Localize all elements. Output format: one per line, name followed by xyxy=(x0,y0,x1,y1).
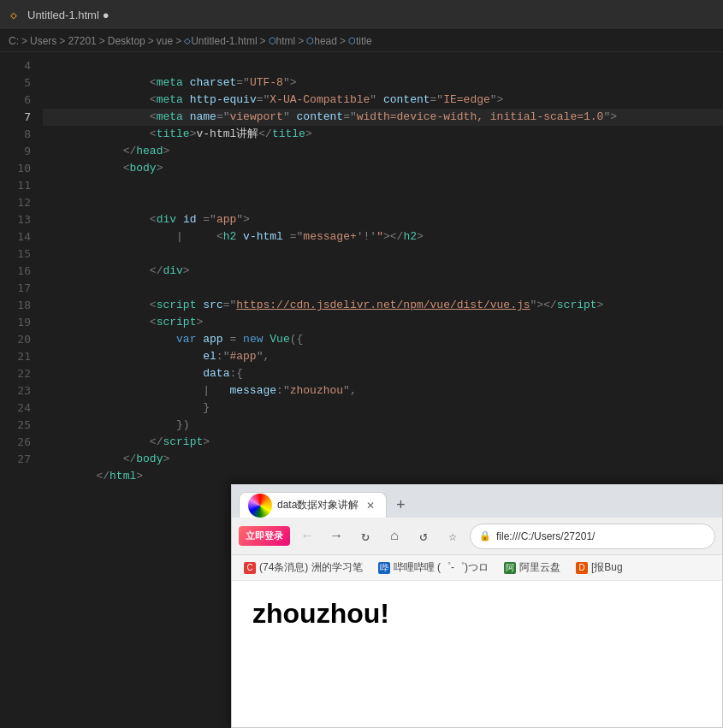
tab-label: data数据对象讲解 xyxy=(277,498,359,512)
bookmark-1[interactable]: C (74条消息) 洲的学习笔 xyxy=(239,559,368,577)
code-line-17: <script src="https://cdn.jsdelivr.net/np… xyxy=(43,280,723,297)
ln-19: 19 xyxy=(9,314,31,331)
breadcrumb-head: head xyxy=(314,35,337,47)
ln-17: 17 xyxy=(9,280,31,297)
code-line-12: <div id ="app"> xyxy=(43,194,723,211)
ln-18: 18 xyxy=(9,297,31,314)
ln-24: 24 xyxy=(9,400,31,417)
head-tag-icon: ⬡ xyxy=(306,36,314,45)
tab-rainbow-icon xyxy=(248,494,272,518)
new-tab-button[interactable]: + xyxy=(388,494,412,518)
code-line-11 xyxy=(43,177,723,194)
breadcrumb-desktop: Desktop xyxy=(108,35,145,47)
ln-20: 20 xyxy=(9,331,31,348)
back-button[interactable]: ← xyxy=(295,524,319,548)
breadcrumb-vue: vue xyxy=(157,35,173,47)
bookmark-1-favicon: C xyxy=(244,562,256,574)
code-line-15: </div> xyxy=(43,246,723,263)
ln-5: 5 xyxy=(9,74,31,92)
ln-23: 23 xyxy=(9,382,31,400)
ln-10: 10 xyxy=(9,160,31,177)
address-bar[interactable]: 🔒 file:///C:/Users/27201/ xyxy=(470,524,715,549)
html-tag-icon: ⬡ xyxy=(269,36,276,45)
file-breadcrumb-icon: ◇ xyxy=(184,36,191,45)
reload-button[interactable]: ↻ xyxy=(353,524,377,548)
address-text: file:///C:/Users/27201/ xyxy=(496,530,595,542)
ln-26: 26 xyxy=(9,434,31,451)
browser-content: zhouzhou! xyxy=(232,581,722,727)
bookmark-4-favicon: D xyxy=(576,562,588,574)
login-button[interactable]: 立即登录 xyxy=(239,526,290,546)
file-icon: ◇ xyxy=(10,9,22,21)
ln-16: 16 xyxy=(9,263,31,280)
code-line-4: <meta charset="UTF-8"> xyxy=(43,57,723,74)
breadcrumb-title: title xyxy=(356,35,372,47)
bookmark-4[interactable]: D [报Bug xyxy=(571,559,628,577)
ln-21: 21 xyxy=(9,348,31,365)
title-bar: ◇ Untitled-1.html ● xyxy=(0,0,723,30)
bookmark-3[interactable]: 阿 阿里云盘 xyxy=(499,559,566,577)
ln-7: 7 xyxy=(9,109,31,126)
browser-main-heading: zhouzhou! xyxy=(252,598,702,630)
ln-12: 12 xyxy=(9,194,31,211)
lock-icon: 🔒 xyxy=(479,530,491,542)
ln-9: 9 xyxy=(9,143,31,160)
bookmark-4-label: [报Bug xyxy=(591,560,623,575)
bookmarks-bar: C (74条消息) 洲的学习笔 哔 哔哩哔哩 (゜-゜)つロ 阿 阿里云盘 D … xyxy=(232,555,722,581)
ln-14: 14 xyxy=(9,228,31,246)
ln-22: 22 xyxy=(9,365,31,382)
tab-close-button[interactable]: ✕ xyxy=(364,499,377,512)
ln-11: 11 xyxy=(9,177,31,194)
breadcrumb-c: C: xyxy=(9,35,19,47)
star-button[interactable]: ☆ xyxy=(441,524,465,548)
refresh-button[interactable]: ↺ xyxy=(412,524,436,548)
file-title: Untitled-1.html xyxy=(27,9,99,21)
home-button[interactable]: ⌂ xyxy=(382,524,406,548)
browser-active-tab[interactable]: data数据对象讲解 ✕ xyxy=(239,492,387,518)
line-numbers: 4 5 6 7 8 9 10 11 12 13 14 15 16 17 18 1… xyxy=(0,52,43,728)
title-tag-icon: ⬡ xyxy=(348,36,356,45)
bookmark-2-favicon: 哔 xyxy=(378,562,390,574)
browser-tabs-bar: data数据对象讲解 ✕ + xyxy=(232,485,722,518)
ln-15: 15 xyxy=(9,246,31,263)
editor-area: 4 5 6 7 8 9 10 11 12 13 14 15 16 17 18 1… xyxy=(0,52,723,728)
browser-toolbar: 立即登录 ← → ↻ ⌂ ↺ ☆ 🔒 file:///C:/Users/2720… xyxy=(232,518,722,555)
bookmark-1-label: (74条消息) 洲的学习笔 xyxy=(259,560,363,575)
ln-27: 27 xyxy=(9,451,31,468)
breadcrumb: C: > Users > 27201 > Desktop > vue > ◇ U… xyxy=(0,30,723,52)
breadcrumb-html: html xyxy=(276,35,296,47)
bookmark-2[interactable]: 哔 哔哩哔哩 (゜-゜)つロ xyxy=(373,559,494,577)
ln-25: 25 xyxy=(9,417,31,434)
bookmark-3-favicon: 阿 xyxy=(504,562,516,574)
bookmark-3-label: 阿里云盘 xyxy=(519,560,560,575)
browser-window: data数据对象讲解 ✕ + 立即登录 ← → ↻ ⌂ ↺ ☆ 🔒 file:/… xyxy=(231,484,723,728)
breadcrumb-27201: 27201 xyxy=(68,35,96,47)
ln-8: 8 xyxy=(9,126,31,143)
modified-indicator: ● xyxy=(103,9,110,21)
bookmark-2-label: 哔哩哔哩 (゜-゜)つロ xyxy=(394,560,489,575)
breadcrumb-filename: Untitled-1.html xyxy=(191,35,257,47)
forward-button[interactable]: → xyxy=(324,524,348,548)
ln-13: 13 xyxy=(9,211,31,228)
ln-4: 4 xyxy=(9,57,31,74)
breadcrumb-users: Users xyxy=(30,35,56,47)
ln-6: 6 xyxy=(9,92,31,109)
